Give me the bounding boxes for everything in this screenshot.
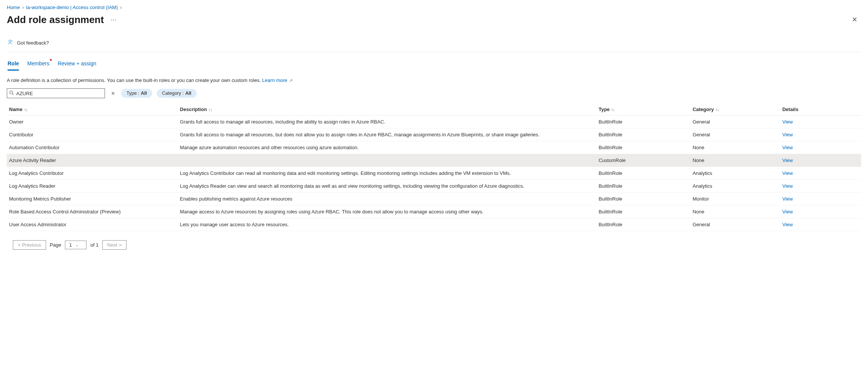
feedback-label: Got feedback? xyxy=(17,40,49,46)
cell-type: BuiltInRole xyxy=(596,128,690,141)
cell-type: BuiltInRole xyxy=(596,141,690,154)
cell-cat: None xyxy=(690,205,780,218)
sort-icon: ↑↓ xyxy=(611,107,615,112)
table-row[interactable]: User Access AdministratorLets you manage… xyxy=(7,218,861,231)
view-link[interactable]: View xyxy=(782,170,793,176)
cell-desc: Manage access to Azure resources by assi… xyxy=(178,205,597,218)
col-name-label: Name xyxy=(9,107,22,112)
page-select[interactable]: 1 ⌄ xyxy=(65,241,86,249)
intro-text: A role definition is a collection of per… xyxy=(7,77,861,83)
cell-desc xyxy=(178,154,597,167)
cell-cat: Analytics xyxy=(690,167,780,180)
cell-cat: None xyxy=(690,141,780,154)
cell-name: Log Analytics Reader xyxy=(7,180,178,193)
chevron-right-icon: › xyxy=(120,5,122,10)
close-icon[interactable]: ✕ xyxy=(848,13,861,26)
filter-pill-category[interactable]: Category : All xyxy=(157,89,197,98)
learn-more-link[interactable]: Learn more xyxy=(262,77,287,83)
table-row[interactable]: OwnerGrants full access to manage all re… xyxy=(7,116,861,128)
filter-type-label: Type : xyxy=(126,91,139,96)
svg-point-0 xyxy=(9,40,11,42)
attention-dot-icon xyxy=(50,59,52,61)
cell-name: Automation Contributor xyxy=(7,141,178,154)
cell-name: Log Analytics Contributor xyxy=(7,167,178,180)
tab-members[interactable]: Members xyxy=(27,60,49,71)
cell-name: User Access Administrator xyxy=(7,218,178,231)
filter-pill-type[interactable]: Type : All xyxy=(121,89,152,98)
feedback-icon xyxy=(8,39,14,46)
page-title: Add role assignment xyxy=(7,14,104,26)
view-link[interactable]: View xyxy=(782,145,793,150)
external-link-icon: ↗ xyxy=(289,78,293,83)
col-header-details: Details xyxy=(780,103,861,116)
sort-icon: ↑↓ xyxy=(208,107,212,112)
search-input[interactable] xyxy=(7,88,105,98)
col-header-type[interactable]: Type↑↓ xyxy=(596,103,690,116)
clear-search-icon[interactable]: ✕ xyxy=(109,90,117,97)
cell-type: CustomRole xyxy=(596,154,690,167)
table-row[interactable]: Log Analytics ContributorLog Analytics C… xyxy=(7,167,861,180)
cell-type: BuiltInRole xyxy=(596,167,690,180)
cell-cat: Analytics xyxy=(690,180,780,193)
breadcrumb-workspace[interactable]: la-workspace-demo | Access control (IAM) xyxy=(26,5,118,10)
tab-members-label: Members xyxy=(27,60,49,66)
cell-desc: Grants full access to manage all resourc… xyxy=(178,116,597,128)
cell-name: Role Based Access Control Administrator … xyxy=(7,205,178,218)
svg-point-1 xyxy=(10,91,13,94)
table-header-row: Name↑↓ Description↑↓ Type↑↓ Category↑↓ D… xyxy=(7,103,861,116)
page-current: 1 xyxy=(69,242,72,248)
cell-name: Contributor xyxy=(7,128,178,141)
filter-cat-value: All xyxy=(185,91,191,96)
filter-type-value: All xyxy=(141,91,147,96)
cell-cat: Monitor xyxy=(690,193,780,205)
cell-type: BuiltInRole xyxy=(596,218,690,231)
tab-role[interactable]: Role xyxy=(8,60,19,71)
cell-name: Azure Activity Reader xyxy=(7,154,178,167)
intro-body: A role definition is a collection of per… xyxy=(7,77,262,83)
cell-cat: None xyxy=(690,154,780,167)
tabs: Role Members Review + assign xyxy=(7,60,861,71)
tab-review[interactable]: Review + assign xyxy=(58,60,96,71)
view-link[interactable]: View xyxy=(782,222,793,227)
cell-desc: Manage azure automation resources and ot… xyxy=(178,141,597,154)
view-link[interactable]: View xyxy=(782,119,793,125)
col-desc-label: Description xyxy=(180,107,207,112)
cell-name: Owner xyxy=(7,116,178,128)
feedback-bar[interactable]: Got feedback? xyxy=(7,33,861,52)
cell-type: BuiltInRole xyxy=(596,116,690,128)
cell-desc: Log Analytics Contributor can read all m… xyxy=(178,167,597,180)
table-row[interactable]: Role Based Access Control Administrator … xyxy=(7,205,861,218)
table-row[interactable]: ContributorGrants full access to manage … xyxy=(7,128,861,141)
cell-desc: Grants full access to manage all resourc… xyxy=(178,128,597,141)
col-type-label: Type xyxy=(598,107,609,112)
col-cat-label: Category xyxy=(692,107,714,112)
table-row[interactable]: Monitoring Metrics PublisherEnables publ… xyxy=(7,193,861,205)
view-link[interactable]: View xyxy=(782,132,793,137)
view-link[interactable]: View xyxy=(782,183,793,189)
view-link[interactable]: View xyxy=(782,157,793,163)
col-header-desc[interactable]: Description↑↓ xyxy=(178,103,597,116)
sort-icon: ↑↓ xyxy=(24,107,27,112)
col-header-name[interactable]: Name↑↓ xyxy=(7,103,178,116)
cell-cat: General xyxy=(690,218,780,231)
prev-page-button[interactable]: < Previous xyxy=(13,240,46,250)
search-wrap xyxy=(7,88,105,98)
view-link[interactable]: View xyxy=(782,196,793,202)
sort-icon: ↑↓ xyxy=(715,107,719,112)
cell-type: BuiltInRole xyxy=(596,205,690,218)
next-page-button[interactable]: Next > xyxy=(102,240,126,250)
breadcrumb: Home › la-workspace-demo | Access contro… xyxy=(7,5,861,10)
cell-cat: General xyxy=(690,128,780,141)
cell-desc: Enables publishing metrics against Azure… xyxy=(178,193,597,205)
cell-type: BuiltInRole xyxy=(596,193,690,205)
col-header-cat[interactable]: Category↑↓ xyxy=(690,103,780,116)
table-row[interactable]: Automation ContributorManage azure autom… xyxy=(7,141,861,154)
table-row[interactable]: Azure Activity ReaderCustomRoleNoneView xyxy=(7,154,861,167)
roles-table: Name↑↓ Description↑↓ Type↑↓ Category↑↓ D… xyxy=(7,103,861,231)
cell-desc: Lets you manage user access to Azure res… xyxy=(178,218,597,231)
table-row[interactable]: Log Analytics ReaderLog Analytics Reader… xyxy=(7,180,861,193)
search-icon xyxy=(9,90,14,96)
view-link[interactable]: View xyxy=(782,209,793,215)
more-actions-icon[interactable]: ⋯ xyxy=(109,15,118,25)
breadcrumb-home[interactable]: Home xyxy=(7,5,20,10)
